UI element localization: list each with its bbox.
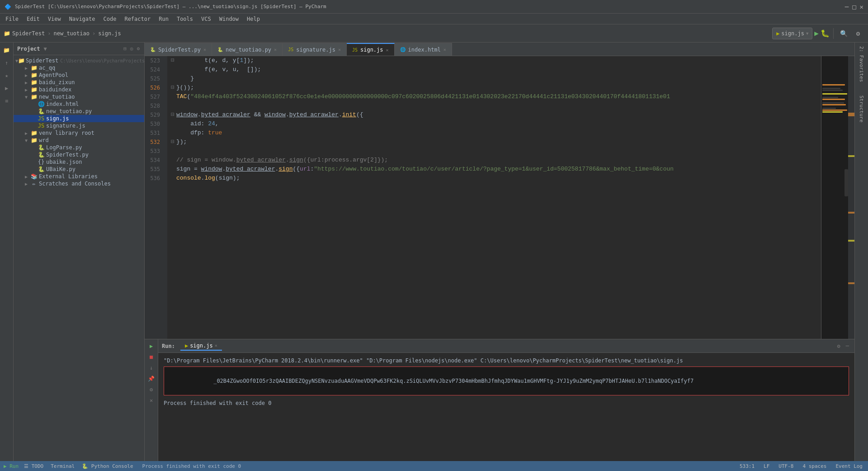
tab-close-new-tuotiao[interactable]: ✕ — [274, 47, 277, 52]
breadcrumb-file[interactable]: sign.js — [98, 30, 121, 37]
menu-code[interactable]: Code — [100, 15, 120, 23]
tree-signature-js[interactable]: JS signature.js — [14, 122, 144, 129]
run-wrapper: ▶ ■ ↓ 📌 ⚙ ✕ Run: ▶ sign.js ✕ — [145, 339, 854, 461]
tab-label: new_tuotiao.py — [226, 47, 271, 53]
run-stop-btn[interactable]: ■ — [146, 352, 156, 362]
settings-btn[interactable]: ⚙ — [852, 27, 864, 40]
terminal-btn[interactable]: Terminal — [49, 463, 76, 469]
maximize-btn[interactable]: □ — [852, 3, 856, 10]
tree-agentpool[interactable]: ▶ 📁 AgentPool — [14, 71, 144, 79]
search-everywhere-btn[interactable]: 🔍 — [837, 27, 850, 40]
bottom-tab-sign-js[interactable]: ▶ sign.js ✕ — [180, 342, 222, 351]
tree-wrd[interactable]: ▼ 📁 wrd — [14, 137, 144, 144]
tree-scratches[interactable]: ▶ ✏ Scratches and Consoles — [14, 180, 144, 187]
menu-help[interactable]: Help — [243, 15, 264, 23]
run-status-btn[interactable]: ▶ Run — [4, 463, 19, 469]
project-name[interactable]: SpiderTest — [12, 30, 45, 37]
main-layout: 📁 ↑ ★ ▶ ≡ Project ▼ ⊟ ◎ ⚙ ▼ 📁 SpiderTest… — [0, 43, 868, 461]
menu-edit[interactable]: Edit — [23, 15, 43, 23]
tree-venv[interactable]: ▶ 📁 venv library root — [14, 129, 144, 137]
menu-window[interactable]: Window — [216, 15, 242, 23]
run-scroll-end-btn[interactable]: ↓ — [146, 363, 156, 373]
tree-index-html[interactable]: 🌐 index.html — [14, 100, 144, 108]
python-console-btn[interactable]: 🐍 Python Console — [80, 463, 135, 469]
project-icon[interactable]: 📁 — [1, 44, 13, 56]
run-settings-gear[interactable]: ⚙ — [835, 342, 842, 350]
run-pin-btn[interactable]: 📌 — [146, 374, 156, 384]
tab-index-html[interactable]: 🌐 index.html ✕ — [395, 43, 452, 56]
structure-icon[interactable]: Structure — [858, 94, 865, 124]
close-btn[interactable]: ✕ — [860, 3, 863, 10]
run-settings-btn[interactable]: ⚙ — [146, 385, 156, 395]
menu-run[interactable]: Run — [155, 15, 172, 23]
line-num-532: 532 — [145, 138, 164, 147]
code-line-530: aid: 24, — [171, 119, 817, 128]
structure-toggle[interactable]: 2: Favorites — [858, 44, 865, 84]
favorites-icon[interactable]: ★ — [1, 70, 13, 81]
tab-label: sign.js — [360, 47, 383, 53]
menu-navigate[interactable]: Navigate — [66, 15, 99, 23]
breadcrumb-folder[interactable]: new_tuotiao — [53, 30, 89, 37]
tab-spidertest-py[interactable]: 🐍 SpiderTest.py ✕ — [145, 43, 212, 56]
menu-tools[interactable]: Tools — [173, 15, 197, 23]
tree-new-tuotiao[interactable]: ▼ 📁 new_tuotiao — [14, 93, 144, 100]
tree-new-tuotiao-py[interactable]: 🐍 new_tuotiao.py — [14, 108, 144, 115]
run-config-label: sign.js — [781, 30, 804, 37]
run-icon[interactable]: ▶ — [1, 82, 13, 94]
run-tab-close[interactable]: ✕ — [215, 343, 217, 348]
indent-info[interactable]: 4 spaces — [801, 463, 828, 469]
code-editor[interactable]: 523 524 525 526 527 528 529 530 531 532 … — [145, 56, 854, 339]
menu-file[interactable]: File — [2, 15, 22, 23]
tree-ac_qq[interactable]: ▶ 📁 ac_qq — [14, 64, 144, 71]
menu-view[interactable]: View — [44, 15, 65, 23]
collapse-all-btn[interactable]: ⊟ — [123, 45, 127, 52]
tree-ubaike-py[interactable]: 🐍 UBaiKe.py — [14, 166, 144, 173]
minimize-btn[interactable]: ─ — [845, 3, 849, 10]
tree-baidu-zixun[interactable]: ▶ 📁 baidu_zixun — [14, 79, 144, 86]
code-line-525: } — [171, 74, 817, 83]
todo-btn[interactable]: ☰ TODO — [22, 463, 45, 469]
window-controls: ─ □ ✕ — [845, 3, 863, 10]
code-content[interactable]: ⊟ t(e, d, y[1]); f(e, v, u, []); } ⊟ — [167, 56, 821, 339]
commit-icon[interactable]: ↑ — [1, 57, 13, 69]
encoding[interactable]: UTF-8 — [777, 463, 795, 469]
code-line-531: dfp: true — [171, 128, 817, 138]
right-gutter — [848, 56, 854, 339]
run-minimize-btn[interactable]: ─ — [844, 342, 851, 350]
code-line-534: // sign = window.byted_acrawler.sign({ur… — [171, 156, 817, 165]
tree-spidertest-py[interactable]: 🐍 SpiderTest.py — [14, 151, 144, 158]
line-num-536: 536 — [145, 174, 164, 183]
tree-baiduindex[interactable]: ▶ 📁 baiduindex — [14, 86, 144, 93]
bottom-settings: ⚙ ─ — [835, 342, 851, 350]
chevron-down-icon: ▼ — [806, 31, 808, 36]
tree-sign-js[interactable]: JS sign.js — [14, 115, 144, 122]
line-ending[interactable]: LF — [762, 463, 771, 469]
locate-btn[interactable]: ◎ — [129, 45, 134, 52]
run-close-btn[interactable]: ✕ — [146, 395, 156, 405]
tab-close-spidertest[interactable]: ✕ — [203, 47, 206, 52]
tab-close-sign[interactable]: ✕ — [386, 48, 389, 52]
line-num-527: 527 — [145, 92, 164, 101]
tab-new-tuotiao-py[interactable]: 🐍 new_tuotiao.py ✕ — [212, 43, 283, 56]
event-log-btn[interactable]: Event Log — [834, 463, 864, 469]
menu-refactor[interactable]: Refactor — [121, 15, 154, 23]
cursor-position[interactable]: 533:1 — [738, 463, 756, 469]
project-breadcrumb: 📁 SpiderTest › new_tuotiao › sign.js — [4, 30, 121, 37]
tab-close-index[interactable]: ✕ — [443, 47, 446, 52]
debug-button[interactable]: 🐛 — [821, 29, 830, 38]
tree-ubaike-json[interactable]: {} ubaike.json — [14, 158, 144, 166]
structure-icon[interactable]: ≡ — [1, 95, 13, 107]
run-restart-btn[interactable]: ▶ — [146, 341, 156, 351]
toolbar: 📁 SpiderTest › new_tuotiao › sign.js ▶ s… — [0, 24, 868, 43]
tab-signature-js[interactable]: JS signature.js ✕ — [283, 43, 347, 56]
run-config[interactable]: ▶ sign.js ▼ — [772, 28, 812, 39]
tree-external-libs[interactable]: ▶ 📚 External Libraries — [14, 173, 144, 180]
run-button[interactable]: ▶ — [814, 29, 819, 38]
tab-sign-js[interactable]: JS sign.js ✕ — [347, 43, 395, 56]
tab-close-signature[interactable]: ✕ — [338, 47, 341, 52]
tree-root[interactable]: ▼ 📁 SpiderTest C:\Users\lenovo\PycharmPr… — [14, 57, 144, 64]
menu-vcs[interactable]: VCS — [198, 15, 215, 23]
tab-label: index.html — [408, 47, 441, 53]
tree-logparse[interactable]: 🐍 LogParse.py — [14, 144, 144, 151]
gear-icon[interactable]: ⚙ — [136, 45, 141, 52]
